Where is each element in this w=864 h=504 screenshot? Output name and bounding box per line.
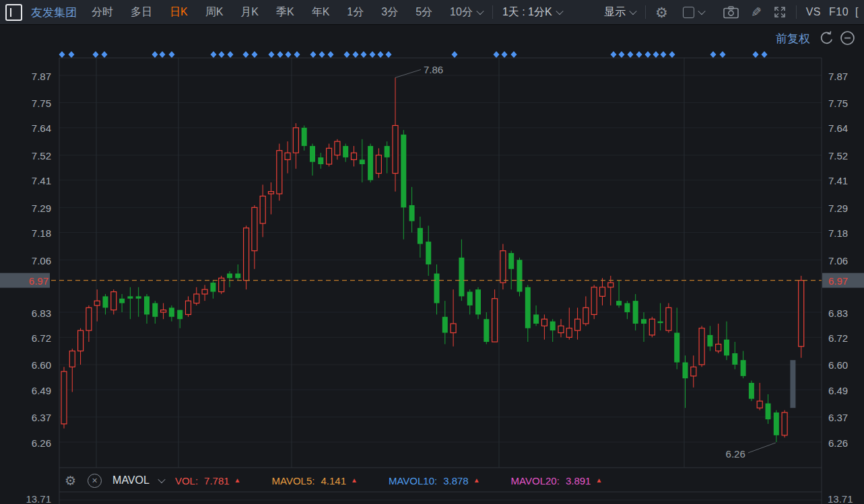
display-menu[interactable]: 显示 xyxy=(604,5,636,20)
candle-body xyxy=(144,296,149,314)
candle-body xyxy=(293,128,298,153)
candle-body xyxy=(608,283,613,287)
y-axis-label-right: 7.64 xyxy=(828,122,848,134)
candle-body xyxy=(86,308,92,330)
y-axis-label-left: 6.60 xyxy=(32,359,51,371)
candle-body xyxy=(724,340,729,356)
event-marker-icon xyxy=(753,51,759,58)
candle-body xyxy=(649,319,655,335)
candle-body xyxy=(177,310,182,320)
event-marker-icon xyxy=(169,51,175,58)
event-marker-icon xyxy=(211,51,217,58)
candle-body xyxy=(393,125,398,173)
current-price-label-right: 6.97 xyxy=(828,275,848,287)
tab-3分[interactable]: 3分 xyxy=(381,5,398,20)
chart-style-selector[interactable] xyxy=(683,7,704,18)
tab-1分[interactable]: 1分 xyxy=(347,5,364,20)
chevron-down-icon[interactable] xyxy=(158,476,165,483)
candle-body xyxy=(409,205,415,221)
candle-body xyxy=(61,371,67,424)
candle-body xyxy=(782,412,787,435)
indicator-settings-gear-icon[interactable]: ⚙ xyxy=(65,473,76,489)
up-triangle-icon: ▲ xyxy=(473,477,480,484)
candle-body xyxy=(442,317,448,333)
draw-pencil-icon[interactable]: ✎ xyxy=(751,5,762,20)
tab-分时[interactable]: 分时 xyxy=(92,5,113,20)
y-axis-label-left: 6.83 xyxy=(32,308,51,319)
candle-body xyxy=(202,289,207,294)
tab-5分[interactable]: 5分 xyxy=(416,5,432,20)
event-marker-icon xyxy=(102,51,108,58)
candle-body xyxy=(335,141,340,155)
candle-body xyxy=(401,135,406,207)
period-ratio-selector[interactable]: 1天 : 1分K xyxy=(502,5,562,20)
event-marker-icon xyxy=(619,51,625,58)
event-marker-icon xyxy=(502,51,508,58)
candle-body xyxy=(616,301,622,305)
candle-body xyxy=(103,296,108,308)
event-marker-icon xyxy=(310,51,317,58)
candle-body xyxy=(591,287,597,315)
candle-body xyxy=(127,296,133,298)
candle-body xyxy=(136,296,141,298)
candle-body xyxy=(475,289,481,314)
up-triangle-icon: ▲ xyxy=(234,477,241,484)
chevron-down-icon[interactable] xyxy=(476,7,484,15)
bracket-icon: [ xyxy=(855,6,859,18)
event-marker-icon xyxy=(494,51,500,58)
display-label: 显示 xyxy=(604,5,626,20)
candle-body xyxy=(426,242,431,264)
indicator-label: MAVOL5: xyxy=(272,475,315,487)
screenshot-camera-icon[interactable] xyxy=(723,6,739,19)
event-marker-icon xyxy=(361,51,367,58)
volume-axis-label: 13.71 xyxy=(0,493,51,504)
event-marker-icon xyxy=(628,51,634,58)
candle-body xyxy=(492,299,498,342)
indicator-name[interactable]: MAVOL xyxy=(112,474,149,487)
tab-年K[interactable]: 年K xyxy=(312,5,330,20)
candle-body xyxy=(244,228,249,281)
toolbar-divider xyxy=(796,5,797,19)
indicator-item-VOL: VOL:7.781▲ xyxy=(175,475,241,487)
tab-10分[interactable]: 10分 xyxy=(450,5,473,20)
candle-body xyxy=(732,353,737,365)
event-marker-icon xyxy=(294,51,300,58)
candle-body xyxy=(169,308,174,317)
tab-周K[interactable]: 周K xyxy=(205,5,224,20)
candle-body xyxy=(541,319,547,326)
y-axis-label-right: 7.41 xyxy=(828,175,848,186)
indicator-item-MAVOL10: MAVOL10:3.878▲ xyxy=(389,475,480,487)
indicator-bar: ⚙ ✕ MAVOL VOL:7.781▲MAVOL5:4.141▲MAVOL10… xyxy=(60,470,821,491)
candle-body xyxy=(368,146,373,180)
event-marker-icon xyxy=(370,51,376,58)
candle-body xyxy=(327,148,332,164)
tab-季K[interactable]: 季K xyxy=(276,5,294,20)
candlestick-chart[interactable]: 7.877.877.757.757.647.647.527.527.417.41… xyxy=(0,24,864,504)
candle-body xyxy=(517,260,523,291)
settings-gear-icon[interactable]: ⚙ xyxy=(655,5,668,20)
tab-月K[interactable]: 月K xyxy=(240,5,259,20)
tab-日K[interactable]: 日K xyxy=(170,5,188,20)
indicator-label: MAVOL20: xyxy=(511,475,560,487)
y-axis-label-right: 7.29 xyxy=(828,203,848,214)
candle-body xyxy=(269,192,274,194)
candle-body xyxy=(575,319,580,330)
indicator-close-icon[interactable]: ✕ xyxy=(88,474,102,488)
tab-多日[interactable]: 多日 xyxy=(131,5,152,20)
candle-body xyxy=(666,308,671,330)
fullscreen-expand-icon[interactable] xyxy=(773,5,787,19)
event-marker-icon xyxy=(152,51,158,58)
f10-button[interactable]: F10 xyxy=(829,6,849,18)
candle-body xyxy=(550,322,556,331)
stock-symbol[interactable]: 友发集团 xyxy=(31,5,77,20)
y-axis-label-right: 6.26 xyxy=(828,437,848,449)
window-layout-icon[interactable] xyxy=(5,4,22,21)
top-toolbar: 友发集团 分时多日日K周K月K季K年K1分3分5分10分 1天 : 1分K 显示… xyxy=(0,0,864,25)
candle-body xyxy=(94,301,100,305)
candle-body xyxy=(385,146,390,157)
vs-button[interactable]: VS xyxy=(806,6,821,18)
y-axis-label-left: 6.72 xyxy=(32,332,51,344)
y-axis-label-left: 7.87 xyxy=(32,71,51,82)
event-marker-icon xyxy=(653,51,659,58)
event-marker-icon xyxy=(328,51,334,58)
